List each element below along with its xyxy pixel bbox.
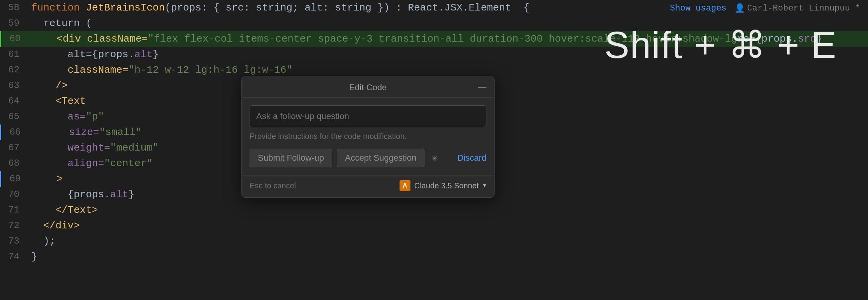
modal-footer: Esc to cancel A Claude 3.5 Sonnet ▼ [242, 175, 494, 197]
line-number: 59 [0, 16, 27, 31]
line-content: </Text> [27, 202, 868, 218]
line-content: </div> [27, 218, 868, 233]
followup-hint: Provide instructions for the code modifi… [250, 132, 486, 141]
line-number: 69 [1, 171, 28, 187]
show-usages-link[interactable]: Show usages [670, 4, 726, 13]
modal-body: Provide instructions for the code modifi… [242, 98, 494, 175]
code-line-71: 71 </Text> [0, 202, 868, 218]
info-bar: Show usages 👤 Carl-Robert Linnupuu * [662, 0, 868, 17]
chevron-down-icon: ▼ [482, 182, 486, 189]
line-number: 62 [0, 62, 27, 78]
line-number: 65 [0, 109, 27, 125]
code-line-73: 73 ); [0, 233, 868, 249]
shortcut-overlay: Shift + ⌘ + E [604, 23, 837, 67]
code-line-74: 74} [0, 249, 868, 265]
model-name: Claude 3.5 Sonnet [414, 181, 479, 190]
modal-header: Edit Code — [242, 76, 494, 98]
line-number: 70 [0, 187, 27, 202]
author-icon: 👤 [734, 3, 745, 14]
code-line-72: 72 </div> [0, 218, 868, 233]
line-number: 68 [0, 156, 27, 171]
line-number: 74 [0, 249, 27, 265]
line-number: 61 [0, 47, 27, 62]
line-number: 58 [0, 0, 27, 16]
edit-code-modal: Edit Code — Provide instructions for the… [241, 76, 495, 198]
author-info: 👤 Carl-Robert Linnupuu * [734, 3, 860, 14]
line-number: 64 [0, 93, 27, 109]
line-content: ); [27, 233, 868, 249]
model-selector[interactable]: A Claude 3.5 Sonnet ▼ [400, 180, 486, 191]
accept-suggestion-button[interactable]: Accept Suggestion [337, 149, 424, 167]
model-icon: A [400, 180, 410, 191]
discard-button[interactable]: Discard [457, 153, 486, 163]
line-number: 67 [0, 140, 27, 156]
modal-actions: Submit Follow-up Accept Suggestion ✳ Dis… [250, 149, 486, 167]
followup-input[interactable] [250, 105, 486, 127]
submit-followup-button[interactable]: Submit Follow-up [250, 149, 332, 167]
line-number: 72 [0, 218, 27, 233]
line-number: 73 [0, 233, 27, 249]
line-number: 60 [1, 31, 28, 47]
line-number: 71 [0, 202, 27, 218]
line-number: 66 [1, 125, 28, 140]
modal-close-button[interactable]: — [478, 82, 486, 91]
line-number: 63 [0, 78, 27, 93]
spinner-icon: ✳ [429, 153, 440, 163]
esc-hint: Esc to cancel [250, 181, 296, 190]
line-content: } [27, 249, 868, 265]
modal-title: Edit Code [349, 82, 387, 93]
